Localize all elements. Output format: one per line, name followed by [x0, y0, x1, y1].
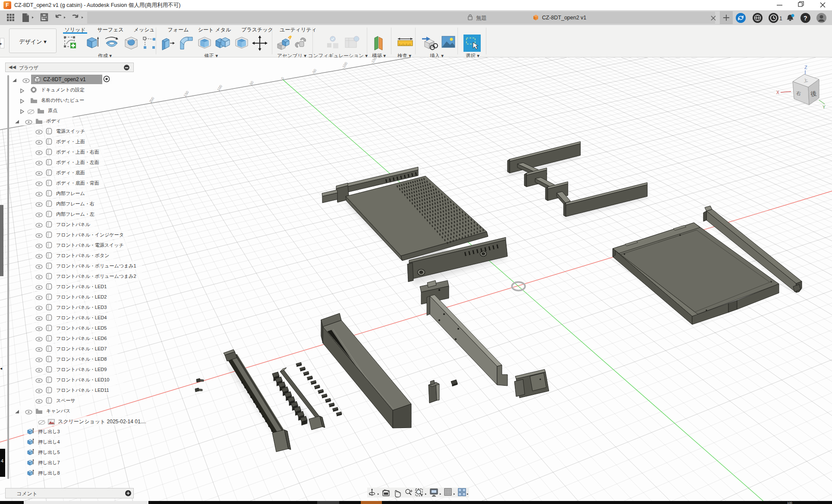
svg-text:X: X [776, 90, 779, 95]
svg-text:?: ? [804, 15, 807, 22]
svg-text:無題: 無題 [476, 15, 487, 21]
svg-text:Y: Y [823, 105, 826, 110]
svg-text:Z: Z [804, 65, 807, 70]
svg-text:後: 後 [810, 90, 817, 98]
svg-text:右: 右 [796, 90, 801, 96]
